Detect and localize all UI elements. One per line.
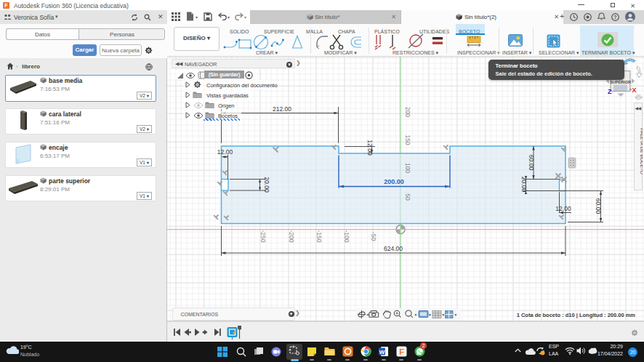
- svg-text:Z: Z: [608, 88, 612, 95]
- svg-text:60.00: 60.00: [528, 155, 535, 171]
- svg-text:20.00: 20.00: [520, 177, 528, 193]
- svg-text:12.00: 12.00: [217, 148, 233, 156]
- svg-text:▾: ▾: [415, 313, 417, 317]
- svg-text:F: F: [399, 347, 404, 356]
- svg-text:▾: ▾: [367, 313, 369, 317]
- svg-text:-50: -50: [370, 232, 377, 241]
- svg-text:150: 150: [404, 134, 411, 145]
- svg-text:W: W: [379, 349, 385, 355]
- svg-text:-150: -150: [315, 230, 323, 242]
- svg-text:12.00: 12.00: [555, 205, 571, 212]
- svg-text:624.00: 624.00: [384, 245, 403, 252]
- svg-text:?: ?: [613, 15, 616, 20]
- svg-text:200.00: 200.00: [384, 178, 404, 185]
- svg-text:60.00: 60.00: [595, 198, 602, 214]
- svg-text:12.00: 12.00: [366, 140, 374, 156]
- svg-text:X: X: [632, 87, 637, 94]
- svg-text:PALETA DE BOCETO: PALETA DE BOCETO: [640, 128, 643, 174]
- svg-text:50: 50: [404, 193, 411, 201]
- svg-text:-250: -250: [259, 230, 267, 242]
- svg-text:20.00: 20.00: [263, 177, 270, 193]
- svg-text:-100: -100: [343, 230, 350, 242]
- svg-text:-200: -200: [288, 230, 295, 242]
- svg-text:▾: ▾: [429, 313, 431, 317]
- svg-text:100: 100: [404, 163, 411, 173]
- svg-text:SUPERIOR: SUPERIOR: [610, 80, 631, 84]
